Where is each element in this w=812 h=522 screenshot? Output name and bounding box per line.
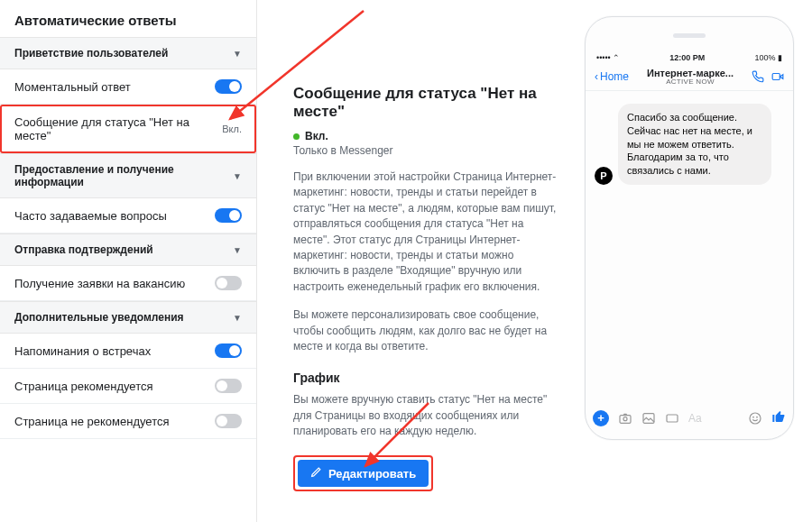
chat-subtitle: active now xyxy=(647,78,734,87)
gif-icon[interactable] xyxy=(665,411,679,426)
status-dot-icon xyxy=(293,133,300,140)
group-label: Предоставление и получение информации xyxy=(14,163,233,188)
svg-rect-3 xyxy=(620,415,631,423)
svg-rect-5 xyxy=(643,413,654,423)
back-button[interactable]: ‹ Home xyxy=(595,70,629,83)
svg-point-4 xyxy=(623,417,627,420)
description-2: Вы можете персонализировать свое сообщен… xyxy=(293,307,559,354)
schedule-heading: График xyxy=(293,371,559,385)
message-bubble: Спасибо за сообщение. Сейчас нас нет на … xyxy=(618,104,771,185)
svg-rect-2 xyxy=(772,74,780,80)
row-label: Сообщение для статуса "Нет на месте" xyxy=(14,115,222,142)
group-label: Отправка подтверждений xyxy=(14,243,153,256)
message-composer: + Aa xyxy=(593,409,786,426)
row-faq[interactable]: Часто задаваемые вопросы xyxy=(0,198,256,234)
edit-button-label: Редактировать xyxy=(328,467,416,481)
chevron-down-icon: ▼ xyxy=(233,49,242,59)
row-label: Страница не рекомендуется xyxy=(14,415,170,428)
pencil-icon xyxy=(310,466,322,481)
group-header-confirmations[interactable]: Отправка подтверждений ▼ xyxy=(0,234,256,266)
description-1: При включении этой настройки Страница Ин… xyxy=(293,169,559,295)
row-meeting-reminders[interactable]: Напоминания о встречах xyxy=(0,334,256,369)
toggle-page-recommended[interactable] xyxy=(215,379,242,393)
row-page-recommended[interactable]: Страница рекомендуется xyxy=(0,369,256,404)
camera-icon[interactable] xyxy=(618,411,632,426)
row-label: Часто задаваемые вопросы xyxy=(14,209,167,223)
row-status-label: Вкл. xyxy=(222,124,242,134)
schedule-description: Вы можете вручную ставить статус "Нет на… xyxy=(293,392,559,439)
svg-rect-6 xyxy=(667,415,678,422)
add-attachment-button[interactable]: + xyxy=(593,410,609,426)
edit-button[interactable]: Редактировать xyxy=(298,460,429,487)
group-header-greeting[interactable]: Приветствие пользователей ▼ xyxy=(0,37,256,69)
like-icon[interactable] xyxy=(771,409,786,426)
sidebar: Автоматические ответы Приветствие пользо… xyxy=(0,0,257,522)
phone-nav: ‹ Home Интернет-марке... active now xyxy=(586,62,793,91)
row-label: Страница рекомендуется xyxy=(14,380,153,393)
chevron-down-icon: ▼ xyxy=(233,313,242,323)
emoji-icon[interactable] xyxy=(748,411,762,426)
row-job-application[interactable]: Получение заявки на вакансию xyxy=(0,266,256,301)
edit-button-highlight: Редактировать xyxy=(293,455,433,491)
chevron-down-icon: ▼ xyxy=(233,171,242,181)
phone-preview: ••••• ⌃ 12:00 PM 100% ▮ ‹ Home Интернет-… xyxy=(585,16,794,440)
status-text: Вкл. xyxy=(305,130,328,142)
row-label: Моментальный ответ xyxy=(14,80,131,94)
chevron-left-icon: ‹ xyxy=(595,70,598,83)
content-heading: Сообщение для статуса "Нет на месте" xyxy=(293,85,559,121)
group-header-info[interactable]: Предоставление и получение информации ▼ xyxy=(0,153,256,198)
signal-icon: ••••• ⌃ xyxy=(596,53,620,62)
nav-title-block: Интернет-марке... active now xyxy=(647,68,734,87)
composer-placeholder[interactable]: Aa xyxy=(688,412,739,425)
row-label: Получение заявки на вакансию xyxy=(14,277,185,290)
battery-indicator: 100% ▮ xyxy=(754,53,782,62)
group-label: Дополнительные уведомления xyxy=(14,311,184,324)
phone-speaker xyxy=(673,33,706,38)
row-label: Напоминания о встречах xyxy=(14,344,151,358)
sidebar-title: Автоматические ответы xyxy=(0,0,256,37)
group-header-extra-notifications[interactable]: Дополнительные уведомления ▼ xyxy=(0,301,256,334)
gallery-icon[interactable] xyxy=(641,411,656,426)
toggle-faq[interactable] xyxy=(215,208,242,223)
phone-call-icon[interactable] xyxy=(752,70,764,83)
toggle-instant-reply[interactable] xyxy=(215,79,242,94)
svg-point-7 xyxy=(750,413,761,424)
main-content: Сообщение для статуса "Нет на месте" Вкл… xyxy=(257,0,585,522)
row-instant-reply[interactable]: Моментальный ответ xyxy=(0,69,256,105)
toggle-meeting-reminders[interactable] xyxy=(215,343,242,358)
row-page-not-recommended[interactable]: Страница не рекомендуется xyxy=(0,404,256,439)
platform-sub: Только в Messenger xyxy=(293,144,559,157)
toggle-page-not-recommended[interactable] xyxy=(215,414,242,428)
video-call-icon[interactable] xyxy=(771,70,784,83)
row-away-message[interactable]: Сообщение для статуса "Нет на месте" Вкл… xyxy=(0,105,256,153)
group-label: Приветствие пользователей xyxy=(14,47,168,60)
chat-area: P Спасибо за сообщение. Сейчас нас нет н… xyxy=(586,91,793,197)
phone-statusbar: ••••• ⌃ 12:00 PM 100% ▮ xyxy=(586,53,793,62)
status-line: Вкл. xyxy=(293,130,559,142)
avatar: P xyxy=(595,167,613,185)
back-label: Home xyxy=(600,70,629,83)
toggle-job-application[interactable] xyxy=(215,276,242,290)
chevron-down-icon: ▼ xyxy=(233,245,242,255)
statusbar-time: 12:00 PM xyxy=(669,53,705,62)
svg-point-9 xyxy=(757,417,758,417)
svg-point-8 xyxy=(753,417,754,417)
